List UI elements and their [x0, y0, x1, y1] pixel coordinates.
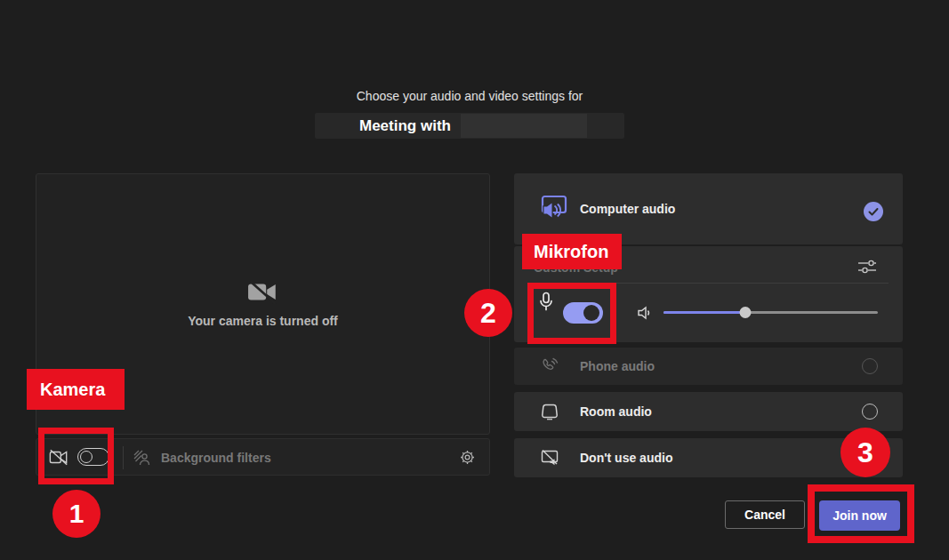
- computer-audio-icon: [540, 194, 568, 220]
- camera-status-text: Your camera is turned off: [188, 314, 338, 328]
- annotation-step-1: 1: [52, 490, 101, 538]
- audio-settings-sliders-icon[interactable]: [857, 258, 878, 276]
- device-settings-gear-icon[interactable]: [459, 449, 476, 466]
- option-room-audio[interactable]: Room audio: [514, 392, 903, 431]
- annotation-step-2: 2: [464, 289, 512, 337]
- phone-icon: [540, 356, 559, 376]
- dont-use-audio-label: Don't use audio: [580, 438, 672, 477]
- annotation-camera-label: Kamera: [27, 369, 125, 410]
- volume-slider-fill: [663, 311, 745, 314]
- volume-slider-knob[interactable]: [739, 307, 751, 318]
- meeting-title: Meeting with: [359, 113, 451, 139]
- annotation-microphone-label: Mikrofon: [522, 234, 622, 269]
- room-audio-icon: [540, 403, 559, 420]
- phone-audio-radio: [862, 358, 878, 374]
- meeting-title-bar: Meeting with: [315, 113, 624, 139]
- phone-audio-label: Phone audio: [580, 348, 655, 385]
- selected-check-icon: [864, 202, 883, 221]
- meeting-name-redacted: [461, 114, 587, 138]
- room-audio-label: Room audio: [580, 392, 652, 431]
- annotation-box-camera-toggle: [38, 428, 114, 484]
- speaker-icon: [636, 304, 654, 322]
- settings-prompt: Choose your audio and video settings for: [315, 89, 624, 103]
- cancel-button[interactable]: Cancel: [725, 500, 805, 529]
- background-filters-label: Background filters: [161, 451, 271, 465]
- annotation-box-join-now: [808, 484, 914, 543]
- annotation-box-mic-toggle: [527, 283, 616, 344]
- camera-off-icon: [247, 280, 279, 305]
- no-audio-icon: [540, 448, 559, 468]
- volume-slider[interactable]: [663, 311, 878, 314]
- background-filters-icon: [133, 449, 150, 467]
- divider: [123, 446, 124, 469]
- room-audio-radio[interactable]: [862, 404, 878, 420]
- background-filters-button[interactable]: Background filters: [133, 439, 271, 476]
- annotation-step-3: 3: [840, 428, 890, 477]
- teams-pre-join-screen: Choose your audio and video settings for…: [0, 0, 949, 560]
- option-phone-audio: Phone audio: [514, 348, 903, 385]
